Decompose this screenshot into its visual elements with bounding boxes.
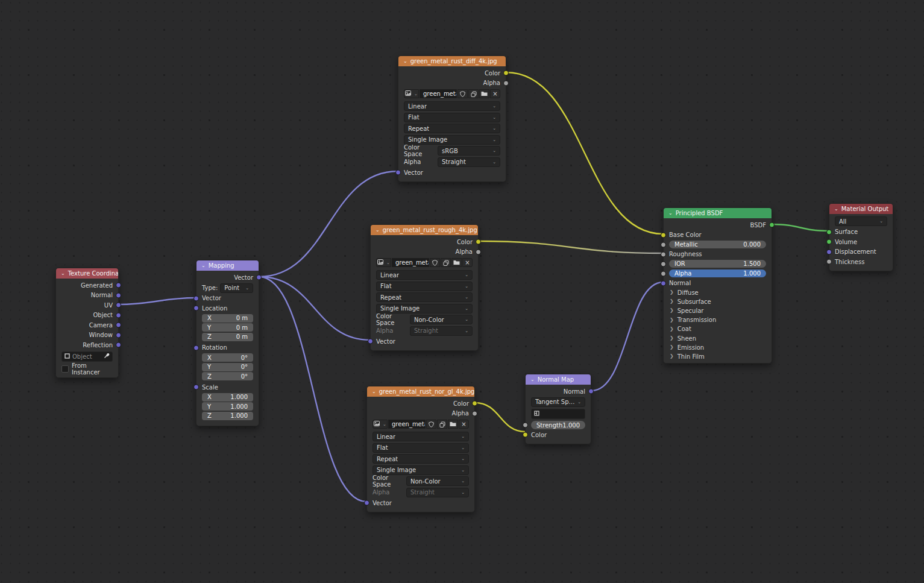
socket-camera[interactable]	[116, 323, 121, 328]
duplicate-image-button[interactable]	[437, 420, 447, 429]
socket-alpha-out[interactable]	[503, 80, 509, 86]
collapse-icon[interactable]: ⌄	[61, 271, 65, 276]
open-image-button[interactable]	[479, 89, 489, 98]
projection-dropdown[interactable]: Flat⌄	[404, 113, 500, 122]
socket-normal[interactable]	[116, 292, 121, 298]
socket-normal-in[interactable]	[661, 280, 666, 286]
wire-uv-to-mapping[interactable]	[119, 298, 196, 304]
socket-uv[interactable]	[116, 303, 121, 308]
socket-color-out[interactable]	[472, 401, 477, 406]
output-target-dropdown[interactable]: All⌄	[835, 216, 887, 226]
scale-z-field[interactable]: Z1.000	[202, 412, 253, 420]
image-name-field[interactable]: green_metal_ru...	[392, 258, 429, 267]
socket-alpha-out[interactable]	[476, 249, 481, 254]
socket-ior[interactable]	[661, 261, 666, 266]
panel-coat[interactable]: ❯Coat	[664, 324, 772, 333]
panel-transmission[interactable]: ❯Transmission	[664, 315, 772, 324]
collapse-icon[interactable]: ⌄	[403, 59, 407, 64]
socket-generated[interactable]	[116, 283, 121, 288]
unlink-image-button[interactable]: ×	[462, 258, 473, 267]
panel-emission[interactable]: ❯Emission	[664, 343, 772, 352]
source-dropdown[interactable]: Single Image⌄	[404, 135, 500, 145]
extension-dropdown[interactable]: Repeat⌄	[372, 454, 469, 464]
panel-subsurface[interactable]: ❯Subsurface	[664, 297, 772, 306]
unlink-image-button[interactable]: ×	[459, 420, 469, 429]
node-principled-bsdf[interactable]: ⌄ Principled BSDF BSDF Base Color Metall…	[663, 207, 772, 364]
metallic-field[interactable]: Metallic0.000	[669, 241, 766, 249]
fake-user-button[interactable]	[430, 258, 440, 267]
node-material-output[interactable]: ⌄ Material Output All⌄ Surface Volume Di…	[829, 203, 893, 271]
socket-alpha[interactable]	[661, 271, 666, 276]
wire-diff-color-to-basecolor[interactable]	[506, 72, 663, 234]
node-image-texture-diff[interactable]: ⌄ green_metal_rust_diff_4k.jpg Color Alp…	[398, 55, 506, 182]
collapse-icon[interactable]: ⌄	[376, 228, 380, 233]
color-space-dropdown[interactable]: Non-Color⌄	[410, 315, 473, 324]
socket-base-color[interactable]	[661, 232, 666, 238]
source-dropdown[interactable]: Single Image⌄	[372, 465, 469, 475]
collapse-icon[interactable]: ⌄	[201, 263, 206, 268]
color-space-dropdown[interactable]: sRGB⌄	[438, 146, 500, 156]
socket-scale[interactable]	[193, 385, 199, 390]
node-mapping[interactable]: ⌄ Mapping Vector Type: Point⌄ Vector Loc…	[196, 260, 259, 426]
socket-thickness[interactable]	[826, 259, 832, 265]
socket-location[interactable]	[193, 306, 199, 311]
collapse-icon[interactable]: ⌄	[530, 377, 535, 382]
node-image-texture-normal[interactable]: ⌄ green_metal_rust_nor_gl_4k.jpg Color A…	[366, 386, 475, 512]
space-dropdown[interactable]: Tangent Space⌄	[531, 397, 585, 407]
extension-dropdown[interactable]: Repeat⌄	[404, 124, 500, 133]
node-header[interactable]: ⌄ green_metal_rust_rough_4k.jpg	[371, 225, 478, 235]
socket-vector-in[interactable]	[368, 339, 373, 344]
socket-strength[interactable]	[523, 423, 528, 428]
open-image-button[interactable]	[451, 258, 462, 267]
socket-normal-out[interactable]	[588, 389, 594, 394]
wire-nor-color-to-normalmap[interactable]	[475, 403, 525, 432]
fake-user-button[interactable]	[426, 420, 436, 429]
strength-field[interactable]: Strength1.000	[531, 421, 585, 429]
scale-x-field[interactable]: X1.000	[202, 393, 253, 402]
unlink-image-button[interactable]: ×	[490, 89, 500, 98]
socket-rotation[interactable]	[193, 345, 199, 350]
source-dropdown[interactable]: Single Image⌄	[376, 304, 473, 314]
socket-vector-in[interactable]	[395, 170, 401, 175]
socket-reflection[interactable]	[116, 342, 121, 348]
alpha-mode-dropdown[interactable]: Straight⌄	[438, 157, 500, 167]
node-header[interactable]: ⌄ Principled BSDF	[664, 208, 772, 218]
ior-field[interactable]: IOR1.500	[669, 260, 766, 268]
node-normal-map[interactable]: ⌄ Normal Map Normal Tangent Space⌄ Stren…	[525, 374, 591, 444]
checkbox[interactable]	[61, 365, 69, 373]
image-name-field[interactable]: green_metal_ru...	[420, 89, 457, 98]
projection-dropdown[interactable]: Flat⌄	[372, 443, 469, 453]
node-header[interactable]: ⌄ Normal Map	[526, 374, 591, 385]
uv-map-field[interactable]	[531, 409, 585, 419]
rotation-z-field[interactable]: Z0°	[202, 372, 253, 380]
socket-alpha-out[interactable]	[472, 411, 477, 416]
socket-color-out[interactable]	[476, 239, 481, 245]
image-browse-dropdown[interactable]: ⌄	[372, 420, 388, 429]
object-picker-field[interactable]: Object	[61, 351, 113, 362]
duplicate-image-button[interactable]	[441, 258, 451, 267]
socket-displacement[interactable]	[826, 249, 832, 254]
socket-bsdf-out[interactable]	[769, 222, 775, 228]
image-browse-dropdown[interactable]: ⌄	[404, 89, 419, 98]
node-texture-coordinate[interactable]: ⌄ Texture Coordinate Generated Normal UV…	[55, 268, 119, 378]
rotation-y-field[interactable]: Y0°	[202, 363, 253, 371]
panel-specular[interactable]: ❯Specular	[664, 306, 772, 315]
collapse-icon[interactable]: ⌄	[668, 211, 673, 216]
socket-window[interactable]	[116, 332, 121, 338]
socket-color-in[interactable]	[523, 432, 528, 438]
socket-object[interactable]	[116, 312, 121, 318]
rotation-x-field[interactable]: X0°	[202, 353, 253, 362]
wire-mapping-to-nor-vector[interactable]	[259, 277, 366, 502]
mapping-type-dropdown[interactable]: Point⌄	[220, 283, 253, 293]
socket-vector-in[interactable]	[193, 295, 199, 301]
node-image-texture-rough[interactable]: ⌄ green_metal_rust_rough_4k.jpg Color Al…	[370, 224, 479, 351]
interpolation-dropdown[interactable]: Linear⌄	[372, 432, 469, 441]
panel-diffuse[interactable]: ❯Diffuse	[664, 288, 772, 297]
duplicate-image-button[interactable]	[468, 89, 479, 98]
collapse-icon[interactable]: ⌄	[834, 207, 838, 212]
panel-sheen[interactable]: ❯Sheen	[664, 333, 772, 342]
node-header[interactable]: ⌄ Mapping	[196, 260, 259, 271]
socket-roughness[interactable]	[661, 251, 666, 257]
location-z-field[interactable]: Z0 m	[202, 333, 253, 341]
node-header[interactable]: ⌄ green_metal_rust_nor_gl_4k.jpg	[367, 386, 474, 397]
